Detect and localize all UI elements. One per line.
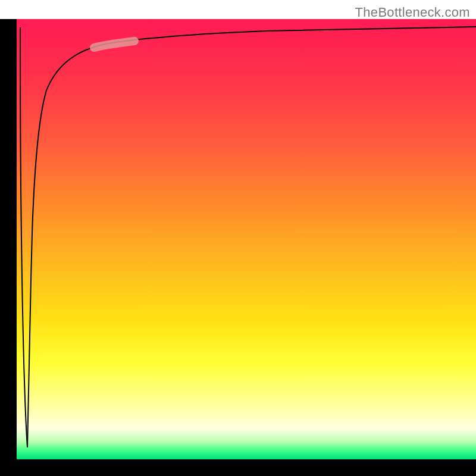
chart-svg (17, 19, 476, 459)
chart-frame (0, 19, 476, 476)
bottleneck-curve-path (27, 27, 476, 447)
watermark-text: TheBottleneck.com (355, 5, 470, 20)
chart-plot-area (17, 19, 476, 459)
initial-drop-path (20, 27, 27, 447)
highlight-segment (94, 41, 134, 48)
chart-container: TheBottleneck.com (0, 0, 476, 476)
